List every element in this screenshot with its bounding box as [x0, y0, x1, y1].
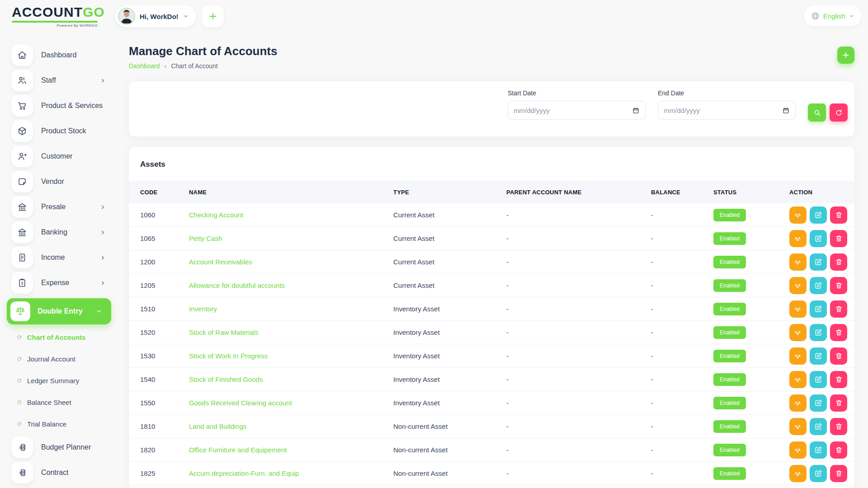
breadcrumb-dashboard-link[interactable]: Dashboard — [129, 62, 160, 70]
delete-button[interactable] — [830, 206, 847, 224]
calendar-icon[interactable] — [782, 107, 790, 114]
sidebar-item-label: Staff — [41, 76, 56, 84]
delete-button[interactable] — [830, 230, 847, 247]
start-date-input[interactable]: mm/dd/yyyy — [508, 101, 646, 120]
account-name-link[interactable]: Office Furniture and Equipement — [189, 446, 393, 454]
trash-icon — [835, 375, 843, 383]
edit-button[interactable] — [810, 300, 827, 318]
add-account-button[interactable] — [837, 47, 854, 64]
activity-icon — [794, 352, 802, 360]
sidebar-item-expense[interactable]: $ Expense — [0, 270, 127, 296]
transactions-button[interactable] — [789, 441, 807, 459]
breadcrumb-separator: › — [165, 62, 167, 70]
reset-filter-button[interactable] — [830, 103, 848, 122]
sidebar-item-staff[interactable]: Staff — [0, 68, 127, 93]
sidebar-item-presale[interactable]: Presale — [0, 194, 127, 220]
sidebar-item-double-entry[interactable]: Double Entry — [7, 298, 111, 324]
delete-button[interactable] — [830, 371, 847, 388]
account-name-link[interactable]: Inventory — [189, 305, 393, 313]
activity-icon — [794, 469, 802, 478]
edit-icon — [815, 328, 822, 336]
delete-button[interactable] — [830, 324, 847, 341]
account-code: 1530 — [140, 352, 189, 360]
apply-filter-button[interactable] — [808, 103, 826, 122]
sidebar-item-income[interactable]: Income — [0, 245, 127, 270]
transactions-button[interactable] — [789, 230, 807, 247]
edit-button[interactable] — [810, 465, 827, 482]
status-badge: Enabled — [713, 232, 746, 245]
account-name-link[interactable]: Accum.depreciation-Furn. and Equip — [189, 469, 393, 477]
parent-account-name: - — [506, 399, 651, 407]
plus-icon — [208, 11, 218, 21]
account-name-link[interactable]: Land and Buildings — [189, 422, 393, 430]
edit-button[interactable] — [810, 418, 827, 435]
edit-button[interactable] — [810, 347, 827, 365]
edit-button[interactable] — [810, 253, 827, 271]
delete-button[interactable] — [830, 441, 847, 459]
delete-button[interactable] — [830, 394, 847, 412]
brand-powered-by: Powered By WORKDO — [12, 23, 98, 28]
table-row: 1825 Accum.depreciation-Furn. and Equip … — [129, 462, 854, 485]
table-row: 1205 Allowance for doubtful accounts Cur… — [129, 274, 854, 297]
sidebar-subitem-ledger-summary[interactable]: Ledger Summary — [0, 370, 127, 391]
edit-button[interactable] — [810, 394, 827, 412]
delete-button[interactable] — [830, 300, 847, 318]
account-name-link[interactable]: Account Receivables — [189, 258, 393, 266]
account-name-link[interactable]: Checking Account — [189, 211, 393, 219]
status-cell: Enabled — [713, 444, 789, 456]
transactions-button[interactable] — [789, 277, 807, 294]
account-name-link[interactable]: Allowance for doubtful accounts — [189, 282, 393, 289]
edit-button[interactable] — [810, 230, 827, 247]
account-name-link[interactable]: Stock of Finished Goods — [189, 375, 393, 383]
account-name-link[interactable]: Petty Cash — [189, 235, 393, 242]
transactions-button[interactable] — [789, 394, 807, 412]
edit-button[interactable] — [810, 277, 827, 294]
sidebar-item-contract[interactable]: $ Contract — [0, 460, 127, 485]
sidebar-subitem-balance-sheet[interactable]: Balance Sheet — [0, 391, 127, 413]
end-date-input[interactable]: mm/dd/yyyy — [658, 101, 796, 120]
calendar-icon[interactable] — [632, 107, 640, 114]
sidebar-item-budget-planner[interactable]: $ Budget Planner — [0, 435, 127, 460]
status-cell: Enabled — [713, 209, 789, 221]
transactions-button[interactable] — [789, 253, 807, 271]
sidebar-item-dashboard[interactable]: Dashboard — [0, 42, 127, 68]
sidebar-item-vendor[interactable]: Vendor — [0, 169, 127, 194]
edit-icon — [815, 352, 822, 360]
sidebar-item-customer[interactable]: Customer — [0, 144, 127, 169]
transactions-button[interactable] — [789, 465, 807, 482]
transactions-button[interactable] — [789, 300, 807, 318]
note-icon — [11, 171, 33, 192]
account-code: 1540 — [140, 375, 189, 383]
sidebar-subitem-trial-balance[interactable]: Trial Balance — [0, 413, 127, 435]
language-selector[interactable]: English — [804, 5, 861, 26]
edit-button[interactable] — [810, 206, 827, 224]
edit-button[interactable] — [810, 371, 827, 388]
account-name-link[interactable]: Stock of Work In Progress — [189, 352, 393, 360]
brand-logo[interactable]: ACCOUNTGO Powered By WORKDO — [0, 5, 115, 28]
transactions-button[interactable] — [789, 324, 807, 341]
edit-button[interactable] — [810, 324, 827, 341]
sidebar-item-product-services[interactable]: Product & Services — [0, 93, 127, 118]
edit-button[interactable] — [810, 441, 827, 459]
sidebar-subitem-chart-of-accounts[interactable]: Chart of Accounts — [0, 326, 127, 348]
delete-button[interactable] — [830, 465, 847, 482]
transactions-button[interactable] — [789, 347, 807, 365]
account-name-link[interactable]: Goods Received Clearing account — [189, 399, 393, 407]
transactions-button[interactable] — [789, 418, 807, 435]
row-actions — [789, 441, 854, 459]
coins-icon: $ — [11, 462, 33, 483]
row-actions — [789, 394, 854, 412]
sidebar-subitem-journal-account[interactable]: Journal Account — [0, 348, 127, 370]
delete-button[interactable] — [830, 277, 847, 294]
sidebar-item-product-stock[interactable]: Product Stock — [0, 118, 127, 144]
delete-button[interactable] — [830, 347, 847, 365]
sidebar-item-banking[interactable]: Banking — [0, 220, 127, 245]
status-badge: Enabled — [713, 279, 746, 292]
account-name-link[interactable]: Stock of Raw Materials — [189, 328, 393, 336]
delete-button[interactable] — [830, 253, 847, 271]
transactions-button[interactable] — [789, 206, 807, 224]
transactions-button[interactable] — [789, 371, 807, 388]
user-menu[interactable]: Hi, WorkDo! — [115, 5, 196, 27]
quick-add-button[interactable] — [202, 5, 224, 27]
delete-button[interactable] — [830, 418, 847, 435]
